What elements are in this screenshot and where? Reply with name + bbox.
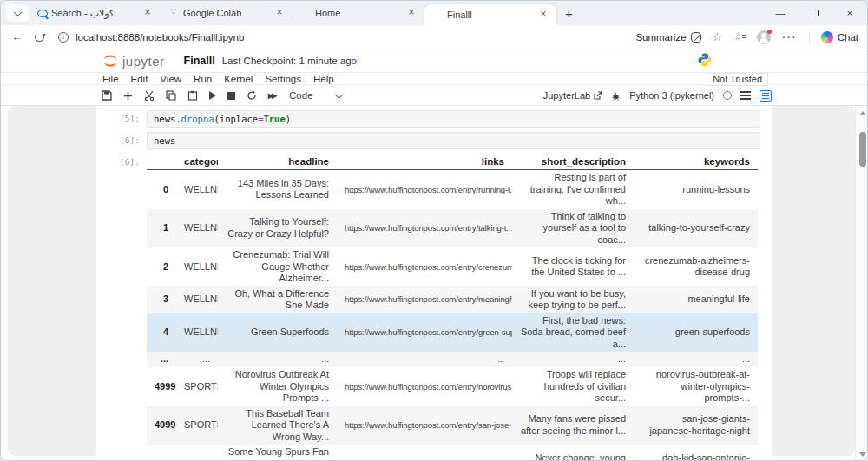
input-prompt: [6]: [96, 132, 147, 145]
code-input[interactable]: news [147, 132, 760, 149]
input-prompt: [5]: [96, 110, 147, 123]
column-header: category [176, 154, 218, 170]
settings-menu-icon[interactable]: ··· [782, 32, 798, 43]
notebook-title[interactable]: Finalll [184, 55, 215, 67]
notebook-toolbar: ▸▸ Code JupyterLab Python 3 (ipykernel) [1, 86, 867, 106]
table-row[interactable]: 0WELLNESS143 Miles in 35 Days: Lessons L… [147, 170, 758, 209]
code-token: True [263, 114, 285, 124]
cell-type-select[interactable]: Code [289, 90, 313, 101]
tab-close-icon[interactable]: × [141, 7, 154, 19]
table-of-contents-icon[interactable] [760, 90, 772, 102]
not-trusted-badge[interactable]: Not Trusted [707, 73, 768, 86]
table-row[interactable]: 1WELLNESSTalking to Yourself: Crazy or C… [147, 209, 758, 248]
cell-category: ... [176, 352, 218, 367]
python-logo-icon [697, 52, 713, 71]
restart-run-all-button[interactable]: ▸▸ [268, 89, 275, 102]
minimize-button[interactable]: — [763, 1, 798, 25]
save-button[interactable] [102, 90, 112, 101]
copilot-icon [821, 31, 833, 43]
tab-title: Google Colab [183, 8, 270, 18]
code-token: news [154, 135, 175, 146]
run-cell-button[interactable] [209, 91, 216, 100]
cell-type-chevron-icon[interactable] [336, 93, 342, 99]
site-info-icon[interactable]: i [58, 32, 69, 43]
open-in-jupyterlab-link[interactable]: JupyterLab [543, 90, 602, 101]
tab-search[interactable]: Search - كولاب × [29, 1, 161, 25]
row-index: 49995 [147, 406, 176, 445]
jupyter-logo[interactable]: jupyter [102, 52, 165, 69]
cut-cells-button[interactable] [144, 90, 155, 101]
insert-cell-button[interactable] [123, 91, 133, 101]
cell-keywords: talking-to-yourself-crazy [634, 209, 758, 248]
code-cell-5[interactable]: [5]: news.dropna(inplace=True) [96, 110, 772, 128]
cell-links: https://www.huffingtonpost.com/entry/san… [337, 406, 512, 445]
hamburger-menu-icon[interactable] [740, 91, 751, 100]
scrollbar-thumb[interactable] [859, 132, 866, 167]
favorite-star-icon[interactable]: ☆ [713, 30, 723, 43]
scroll-down-icon[interactable] [859, 452, 866, 457]
menu-file[interactable]: File [102, 74, 119, 84]
table-row[interactable]: .................. [147, 352, 758, 367]
table-row[interactable]: 4WELLNESSGreen Superfoodshttps://www.huf… [147, 313, 758, 352]
tab-close-icon[interactable]: × [273, 7, 286, 19]
column-header: links [337, 154, 512, 170]
tab-finalll-active[interactable]: Finalll × [424, 4, 556, 25]
menu-edit[interactable]: Edit [131, 74, 148, 84]
cell-short_description: If you want to be busy, keep trying to b… [512, 286, 634, 313]
cell-keywords: green-superfoods [634, 313, 758, 352]
cell-headline: 143 Miles in 35 Days: Lessons Learned [218, 170, 337, 209]
code-cell-6[interactable]: [6]: news [96, 132, 772, 149]
cell-keywords: crenezumab-alzheimers-disease-drug [634, 247, 758, 286]
tab-home[interactable]: Home × [293, 1, 424, 25]
vertical-scrollbar[interactable] [855, 106, 868, 461]
stop-kernel-button[interactable] [227, 92, 235, 100]
tab-strip: Search - كولاب × Google Colab × Home × F… [1, 1, 867, 25]
new-tab-button[interactable]: + [565, 6, 573, 21]
menu-view[interactable]: View [160, 74, 181, 84]
url-text[interactable]: localhost:8888/notebooks/Finalll.ipynb [76, 32, 244, 43]
row-index: 0 [147, 170, 176, 209]
menu-run[interactable]: Run [194, 74, 212, 84]
table-row[interactable]: 49996SPORTSSome Young Spurs Fan Dabbed 3… [147, 445, 758, 461]
collections-icon[interactable] [733, 32, 746, 43]
output-prompt: [6]: [96, 154, 147, 167]
copy-cells-button[interactable] [166, 90, 176, 101]
cell-keywords: meaningful-life [634, 286, 758, 313]
table-row[interactable]: 49995SPORTSThis Baseball Team Learned Th… [147, 406, 758, 445]
summarize-label: Summarize [635, 32, 686, 43]
paste-cells-button[interactable] [187, 90, 198, 101]
maximize-button[interactable] [798, 1, 832, 25]
external-link-icon [594, 91, 602, 100]
menu-kernel[interactable]: Kernel [224, 74, 253, 84]
jupyterlab-label: JupyterLab [543, 90, 590, 101]
tab-google-colab[interactable]: Google Colab × [161, 1, 293, 25]
reload-icon[interactable] [35, 32, 44, 42]
cell-headline: Talking to Yourself: Crazy or Crazy Help… [218, 209, 337, 248]
menu-help[interactable]: Help [313, 74, 334, 84]
table-row[interactable]: 49993SPORTSNorovirus Outbreak At Winter … [147, 367, 758, 406]
restart-kernel-button[interactable] [247, 90, 257, 101]
debugger-bug-icon[interactable] [611, 91, 621, 101]
table-row[interactable]: 2WELLNESSCrenezumab: Trial Will Gauge Wh… [147, 247, 758, 286]
code-input[interactable]: news.dropna(inplace=True) [147, 110, 760, 128]
scroll-up-icon[interactable] [859, 111, 866, 115]
table-row[interactable]: 3WELLNESSOh, What a Difference She Madeh… [147, 286, 758, 313]
kernel-name[interactable]: Python 3 (ipykernel) [629, 90, 714, 101]
tab-close-icon[interactable]: × [405, 7, 418, 19]
profile-avatar[interactable] [757, 30, 771, 44]
copilot-chat-button[interactable]: Chat [821, 31, 858, 43]
cell-short_description: The clock is ticking for the United Stat… [512, 247, 634, 286]
column-header: short_description [512, 154, 634, 170]
close-button[interactable]: × [832, 1, 867, 25]
tab-actions-button[interactable] [6, 4, 29, 22]
menu-settings[interactable]: Settings [265, 74, 301, 84]
jupyter-logo-icon [102, 52, 119, 69]
tab-close-icon[interactable]: × [537, 9, 549, 21]
code-token: (inplace [214, 114, 259, 124]
summarize-button[interactable]: Summarize [635, 32, 700, 43]
notebook-content: [5]: news.dropna(inplace=True) [6]: news… [1, 106, 868, 461]
row-index: 49996 [147, 445, 176, 461]
cell-keywords: san-jose-giants-japanese-heritage-night [634, 406, 758, 445]
cell-keywords: norovirus-outbreak-at-winter-olympics-pr… [634, 367, 758, 406]
back-icon[interactable]: ← [11, 30, 23, 43]
